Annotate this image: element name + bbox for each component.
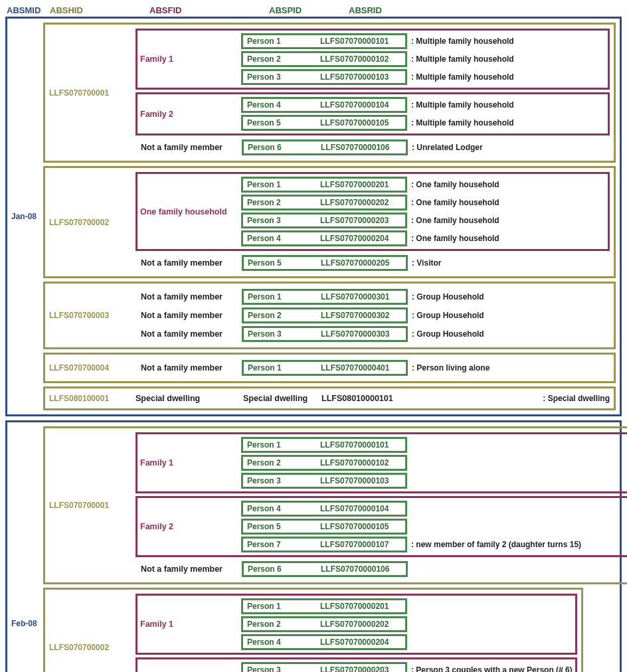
person-box: Person 2 LLFS07070000302 xyxy=(242,307,408,323)
annotation: : Multiple family household xyxy=(411,100,514,110)
person-box: Person 2 LLFS07070000102 xyxy=(241,455,407,471)
family-box: Family 1 Person 1 LLFS07070000201 Person… xyxy=(135,594,577,655)
annotation: : Group Household xyxy=(412,292,484,301)
annotation: : Unrelated Lodger xyxy=(412,143,483,152)
annotation: : One family household xyxy=(411,180,499,189)
person-box: Person 1 LLFS07070000101 xyxy=(241,33,407,49)
household: LLFS070700002 Family 1 Person 1 LLFS0707… xyxy=(43,588,583,672)
nonfamily-label: Not a family member xyxy=(141,363,242,373)
family-label: Family 1 xyxy=(140,458,241,467)
person-row: Person 4 LLFS07070000104 : Multiple fami… xyxy=(241,97,605,113)
person-row: Person 1 LLFS07070000201 xyxy=(241,598,573,614)
person-id: LLFS07070000301 xyxy=(321,292,402,301)
person-id: LLFS07070000205 xyxy=(321,258,402,268)
person-name: Person 4 xyxy=(247,100,320,110)
header-absrid: ABSRID xyxy=(347,5,434,15)
person-id: LLFS07070000201 xyxy=(320,602,401,611)
family-label: Family 1 xyxy=(140,620,241,629)
person-row: Person 4 LLFS07070000204 : One family ho… xyxy=(241,230,605,246)
person-id: LLFS07070000202 xyxy=(320,198,401,207)
family-box: Family 1 Person 1 LLFS07070000101 Person… xyxy=(135,432,627,493)
person-name: Person 5 xyxy=(247,118,320,127)
person-name: Person 3 xyxy=(247,216,320,225)
person-name: Person 6 xyxy=(248,143,321,152)
person-id: LLFS07070000105 xyxy=(320,118,401,127)
person-id: LLFS07070000106 xyxy=(321,143,402,152)
person-row: Person 3 LLFS07070000203 : One family ho… xyxy=(241,212,605,228)
person-name: Person 2 xyxy=(247,458,320,467)
person-box: Person 1 LLFS07070000301 xyxy=(242,289,408,305)
person-row: Person 1 LLFS07070000101 xyxy=(241,437,627,453)
annotation: : Multiple family household xyxy=(411,72,514,82)
family-box: One family household Person 1 LLFS070700… xyxy=(135,172,610,251)
person-row: Person 2 LLFS07070000102 : Multiple fami… xyxy=(241,51,605,67)
annotation: : Person living alone xyxy=(412,363,490,373)
family-label: Family 2 xyxy=(140,110,241,119)
nonfamily-row: Not a family member Person 5 LLFS0707000… xyxy=(135,254,610,272)
person-box: Person 2 LLFS07070000202 xyxy=(241,195,407,210)
person-id: LLFS07070000106 xyxy=(321,564,402,574)
person-id: LLFS07070000103 xyxy=(320,72,401,82)
person-id: LLFS07070000204 xyxy=(320,637,401,647)
person-name: Person 6 xyxy=(248,564,321,574)
header-absmid: ABSMID xyxy=(5,5,48,15)
annotation: : Group Household xyxy=(412,329,484,339)
household: LLFS070700002 One family household Perso… xyxy=(43,166,616,278)
nonfamily-row: Not a family member Person 1 LLFS0707000… xyxy=(135,359,610,377)
person-box: Person 4 LLFS07070000204 xyxy=(241,634,407,650)
person-row: Person 5 LLFS07070000105 xyxy=(241,519,627,535)
person-row: Person 2 LLFS07070000202 xyxy=(241,616,573,632)
person-box: Person 3 LLFS07070000103 xyxy=(241,69,407,85)
person-box: Person 3 LLFS07070000303 xyxy=(242,326,408,342)
nonfamily-row: Not a family member Person 3 LLFS0707000… xyxy=(135,325,610,343)
household-id: LLFS080100001 xyxy=(49,392,135,404)
person-row: Person 7 LLFS07070000107 : new member of… xyxy=(241,537,627,552)
person-id: LLFS07070000302 xyxy=(321,311,402,320)
nonfamily-label: Not a family member xyxy=(141,329,242,339)
month-box: Jan-08 LLFS070700001 Family 1 Person 1 L… xyxy=(5,17,622,416)
person-box: Person 1 LLFS07070000201 xyxy=(241,177,407,193)
person-box: Person 3 LLFS07070000203 xyxy=(241,662,407,672)
person-row: Person 1 LLFS07070000101 : Multiple fami… xyxy=(241,33,605,49)
person-id: LLFS07070000203 xyxy=(320,665,401,672)
household-id: LLFS070700001 xyxy=(49,432,135,578)
person-box: Person 6 LLFS07070000106 xyxy=(242,561,408,577)
family-box: Family 1 Person 1 LLFS07070000101 : Mult… xyxy=(135,29,610,90)
annotation: : Visitor xyxy=(412,258,441,268)
person-name: Person 3 xyxy=(247,72,320,82)
person-box: Person 3 LLFS07070000203 xyxy=(241,212,407,228)
person-box: Person 5 LLFS07070000105 xyxy=(241,115,407,131)
person-name: Person 2 xyxy=(247,54,320,64)
person-box: Person 1 LLFS07070000401 xyxy=(242,360,408,376)
person-name: Person 4 xyxy=(247,234,320,243)
person-name: Person 2 xyxy=(247,198,320,207)
person-id: LLFS07070000204 xyxy=(320,234,401,243)
family-box: Family 2 Person 3 LLFS07070000203 : Pers… xyxy=(135,657,577,672)
household: LLFS070700003 Not a family member Person… xyxy=(43,282,616,349)
person-name: Person 1 xyxy=(247,440,320,450)
household: LLFS070700001 Family 1 Person 1 LLFS0707… xyxy=(43,426,627,584)
person-box: Person 5 LLFS07070000205 xyxy=(242,255,408,271)
person-name: Person 2 xyxy=(248,311,321,320)
person-name: Person 1 xyxy=(248,363,321,373)
nonfamily-label: Not a family member xyxy=(141,143,242,152)
household: LLFS070700004 Not a family member Person… xyxy=(43,353,616,383)
person-name: Person 1 xyxy=(247,180,320,189)
person-box: Person 4 LLFS07070000104 xyxy=(241,97,407,113)
annotation: : new member of family 2 (daughter turns… xyxy=(411,540,581,549)
person-name: Person 1 xyxy=(248,292,321,301)
nonfamily-row: Not a family member Person 6 LLFS0707000… xyxy=(135,560,627,578)
household: LLFS070700001 Family 1 Person 1 LLFS0707… xyxy=(43,23,616,163)
household-id: LLFS070700002 xyxy=(49,594,135,672)
person-name: Person 5 xyxy=(247,522,320,531)
person-row: Person 2 LLFS07070000202 : One family ho… xyxy=(241,195,605,210)
special-person-id: LLFS08010000101 xyxy=(321,394,401,403)
person-id: LLFS07070000203 xyxy=(320,216,401,225)
person-box: Person 6 LLFS07070000106 xyxy=(242,139,408,155)
household-id: LLFS070700001 xyxy=(49,29,135,157)
special-person-label: Special dwelling xyxy=(240,394,321,403)
family-label: Family 2 xyxy=(140,522,241,531)
person-id: LLFS07070000303 xyxy=(321,329,402,339)
person-name: Person 4 xyxy=(247,504,320,513)
column-headers: ABSMID ABSHID ABSFID ABSPID ABSRID xyxy=(5,5,622,15)
